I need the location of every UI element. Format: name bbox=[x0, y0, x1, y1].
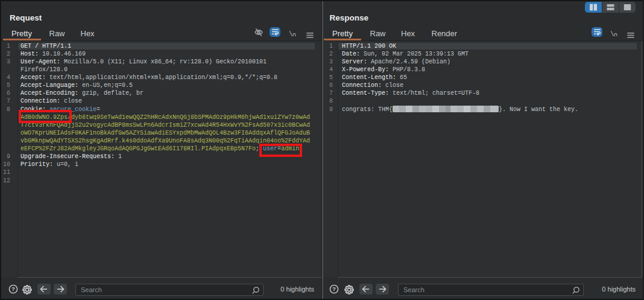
svg-text:?: ? bbox=[11, 286, 15, 292]
svg-text:?: ? bbox=[332, 286, 336, 292]
